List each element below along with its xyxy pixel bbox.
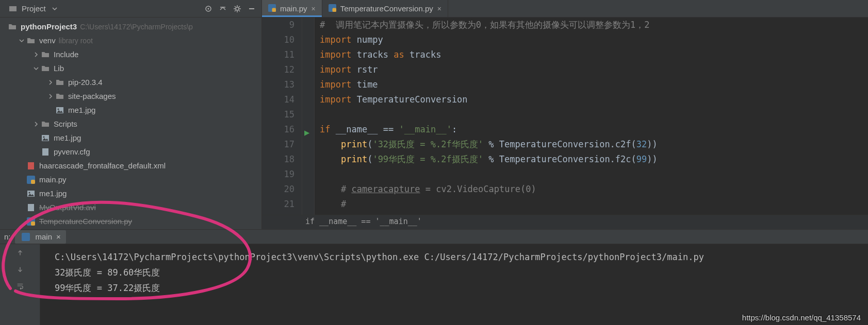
run-line-marker-icon[interactable]: ▶ <box>304 125 309 140</box>
tree-item-label: me1.jpg <box>54 133 81 142</box>
tree-item-label: venv <box>39 36 56 45</box>
tree-item[interactable]: me1.jpg <box>0 103 261 117</box>
hide-icon[interactable] <box>246 3 257 14</box>
breadcrumb[interactable]: if __name__ == '__main__' <box>262 215 868 229</box>
tree-item[interactable]: MyOutputVid.avi <box>0 200 261 214</box>
run-tool-window: n: main × C:\Users\14172\PycharmProjects… <box>0 229 868 325</box>
image-icon <box>55 106 65 114</box>
python-file-icon <box>268 4 276 13</box>
image-icon <box>26 190 36 198</box>
python-icon <box>26 176 36 184</box>
svg-rect-8 <box>42 148 48 156</box>
python-icon <box>26 217 36 226</box>
locate-icon[interactable] <box>203 3 214 14</box>
run-prefix: n: <box>4 232 11 241</box>
svg-rect-0 <box>9 6 17 11</box>
tree-item[interactable]: main.py <box>0 173 261 186</box>
python-file-icon <box>329 4 336 13</box>
close-icon[interactable]: × <box>312 5 316 13</box>
tree-item[interactable]: pyvenv.cfg <box>0 145 261 159</box>
tree-root[interactable]: pythonProject3 C:\Users\14172\PycharmPro… <box>0 20 261 33</box>
close-icon[interactable]: × <box>437 5 441 13</box>
tree-item-label: me1.jpg <box>68 106 95 114</box>
collapse-all-icon[interactable] <box>217 3 228 14</box>
tree-item-label: site-packages <box>68 92 116 100</box>
editor-tab-label: main.py <box>280 4 307 13</box>
run-toolbar <box>0 244 40 325</box>
tree-item-label: Scripts <box>54 119 77 128</box>
file-icon <box>26 203 36 212</box>
svg-rect-14 <box>28 204 34 211</box>
folder-icon <box>40 64 51 73</box>
tree-item-label: haarcascade_frontalface_default.xml <box>39 161 166 170</box>
image-icon <box>40 134 51 142</box>
svg-rect-11 <box>31 180 35 184</box>
arrow-up-icon[interactable] <box>14 247 26 259</box>
tree-item-label: main.py <box>39 175 67 184</box>
tree-item-hint: library root <box>59 37 93 45</box>
tree-item[interactable]: Scripts <box>0 117 261 131</box>
svg-point-13 <box>29 192 30 193</box>
project-tree[interactable]: pythonProject3 C:\Users\14172\PycharmPro… <box>0 18 261 229</box>
folder-icon <box>40 50 51 59</box>
tree-item[interactable]: site-packages <box>0 89 261 103</box>
tree-item[interactable]: me1.jpg <box>0 186 261 200</box>
tree-item[interactable]: pip-20.3.4 <box>0 75 261 89</box>
close-icon[interactable]: × <box>56 232 61 241</box>
tree-item[interactable]: venvlibrary root <box>0 33 261 47</box>
folder-icon <box>26 37 36 45</box>
caret-icon[interactable] <box>32 65 40 72</box>
file-icon <box>40 148 51 156</box>
arrow-down-icon[interactable] <box>14 264 26 275</box>
tree-item-label: me1.jpg <box>39 189 67 198</box>
xml-icon <box>26 162 36 170</box>
soft-wrap-icon[interactable] <box>14 280 26 292</box>
project-header: Project <box>0 0 261 18</box>
watermark: https://blog.csdn.net/qq_41358574 <box>742 313 861 322</box>
tree-item[interactable]: haarcascade_frontalface_default.xml <box>0 159 261 173</box>
svg-rect-18 <box>272 8 276 12</box>
svg-rect-16 <box>31 221 35 226</box>
editor-tab[interactable]: TemperatureConversion.py× <box>322 0 448 17</box>
python-file-icon <box>20 231 31 243</box>
caret-icon[interactable] <box>18 38 26 44</box>
project-icon <box>7 3 19 14</box>
folder-icon <box>55 92 65 100</box>
caret-icon[interactable] <box>32 52 40 58</box>
svg-rect-20 <box>332 8 336 12</box>
tree-item-label: Lib <box>54 64 64 73</box>
tree-item[interactable]: Include <box>0 47 261 61</box>
run-tab[interactable]: main × <box>15 230 66 244</box>
code-editor[interactable]: # 调用笔记本内置摄像头，所以参数为0，如果有其他的摄像头可以调整参数为1，2i… <box>315 18 868 215</box>
editor-tab-label: TemperatureConversion.py <box>340 4 433 13</box>
run-tabbar: n: main × <box>0 230 868 244</box>
svg-point-7 <box>43 136 45 138</box>
tree-item-label: pyvenv.cfg <box>54 147 90 156</box>
tree-item[interactable]: TemperatureConversion.py <box>0 214 261 228</box>
editor-tab[interactable]: main.py× <box>262 0 322 17</box>
caret-icon[interactable] <box>46 93 55 99</box>
tree-item[interactable]: me1.jpg <box>0 131 261 145</box>
svg-point-2 <box>208 8 209 9</box>
editor-tabs: main.py×TemperatureConversion.py× <box>262 0 868 18</box>
run-gutter[interactable]: ▶ <box>302 18 315 215</box>
tree-item-label: TemperatureConversion.py <box>39 217 132 226</box>
tree-root-path: C:\Users\14172\PycharmProjects\p <box>80 23 193 31</box>
svg-rect-9 <box>28 162 34 169</box>
folder-icon <box>40 120 51 128</box>
caret-icon[interactable] <box>32 121 40 127</box>
caret-icon[interactable] <box>46 79 55 85</box>
tree-item-label: MyOutputVid.avi <box>39 203 96 212</box>
svg-rect-21 <box>22 233 30 241</box>
svg-point-3 <box>236 7 239 10</box>
svg-point-5 <box>58 108 59 110</box>
tree-root-name: pythonProject3 <box>21 22 77 31</box>
tree-item[interactable]: Lib <box>0 61 261 75</box>
tree-item-label: pip-20.3.4 <box>68 78 103 87</box>
project-tool-window: Project <box>0 0 262 229</box>
gear-icon[interactable] <box>232 3 243 14</box>
dropdown-icon[interactable] <box>49 3 60 14</box>
tree-item-label: Include <box>54 50 78 59</box>
editor-area: main.py×TemperatureConversion.py× 910111… <box>262 0 868 229</box>
run-tab-label: main <box>36 232 53 241</box>
